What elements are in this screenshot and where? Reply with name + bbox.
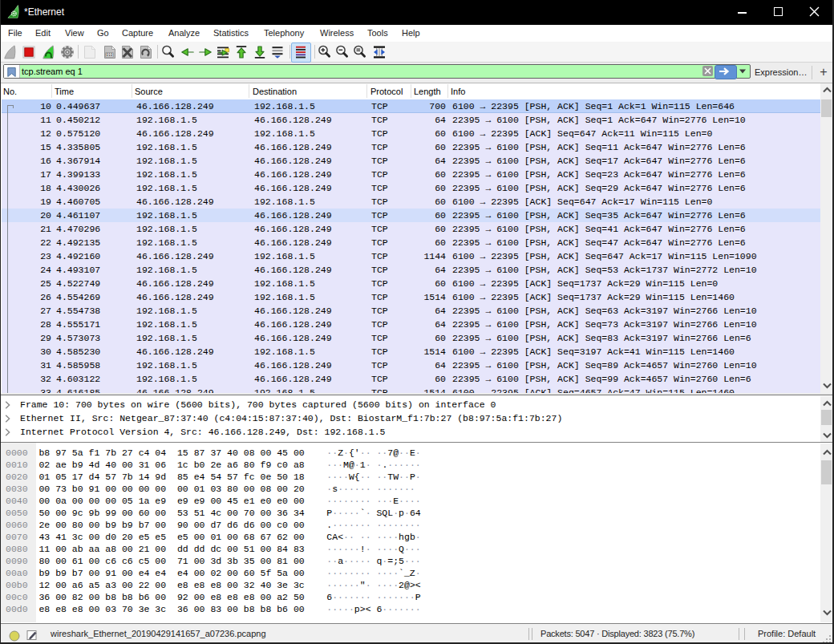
svg-text:010: 010	[106, 53, 113, 57]
